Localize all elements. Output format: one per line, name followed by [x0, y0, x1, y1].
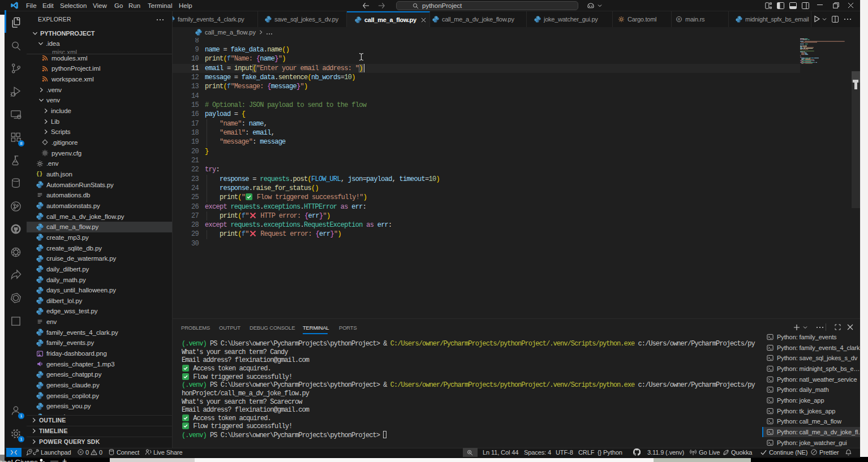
svg-text:R: R: [677, 18, 680, 21]
